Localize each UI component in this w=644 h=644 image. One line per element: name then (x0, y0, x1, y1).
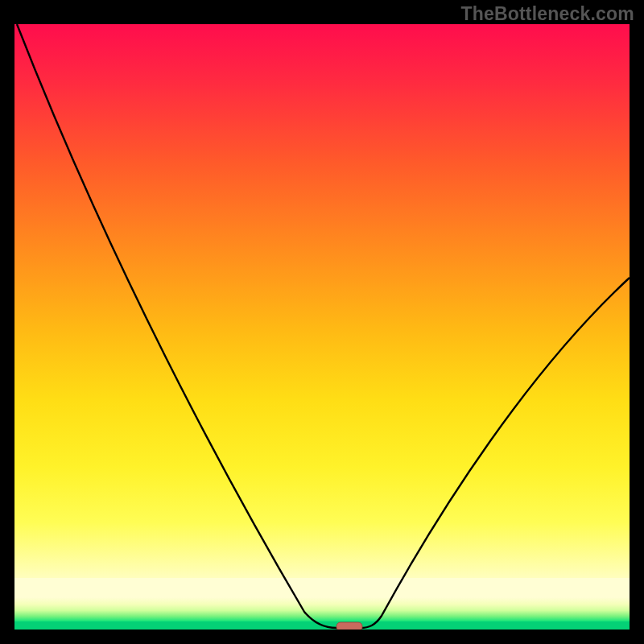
watermark-text: TheBottleneck.com (460, 3, 634, 25)
gradient-lower (14, 597, 630, 621)
optimum-marker (336, 622, 362, 630)
bottleneck-chart (14, 24, 630, 630)
chart-container: TheBottleneck.com (0, 0, 644, 644)
gradient-pale-band (14, 578, 630, 597)
gradient-upper (14, 24, 630, 578)
